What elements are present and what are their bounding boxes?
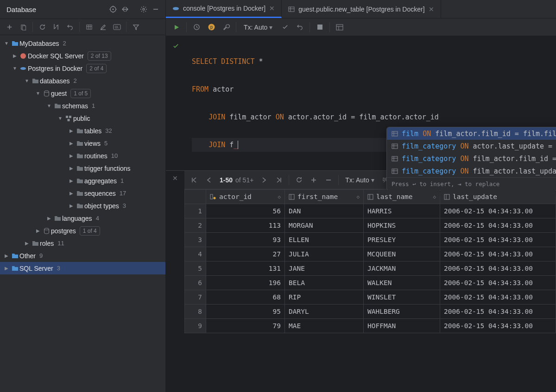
completion-item[interactable]: film ON film_actor.film_id = film.film_i… xyxy=(387,127,556,140)
svg-rect-30 xyxy=(444,194,449,199)
add-icon[interactable] xyxy=(3,20,16,33)
split-icon[interactable] xyxy=(119,3,131,15)
commit-icon[interactable] xyxy=(278,20,292,34)
table-row[interactable]: 427JULIAMCQUEEN2006-02-15 04:34:33.00 xyxy=(185,247,556,261)
run-icon[interactable] xyxy=(170,20,183,34)
stop-icon[interactable] xyxy=(313,20,327,34)
check-icon xyxy=(172,43,179,50)
table-row[interactable]: 5131JANEJACKMAN2006-02-15 04:34:33.00 xyxy=(185,261,556,276)
history-icon[interactable] xyxy=(190,20,203,34)
svg-rect-22 xyxy=(392,156,398,161)
table-row[interactable]: 156DANHARRIS2006-02-15 04:34:33.00 xyxy=(185,204,556,218)
tree-item-object-types[interactable]: ▶object types3 xyxy=(0,199,165,212)
completion-item[interactable]: film_category ON film_actor.film_id = fi… xyxy=(387,152,556,165)
svg-rect-28 xyxy=(289,194,294,199)
database-tree[interactable]: ▼MyDatabases2 ▶Docker SQL Server2 of 13 … xyxy=(0,35,165,392)
table-row[interactable]: 6196BELAWALKEN2006-02-15 04:34:33.00 xyxy=(185,276,556,290)
table-row[interactable]: 768RIPWINSLET2006-02-15 04:34:33.00 xyxy=(185,290,556,305)
col-last-update[interactable]: last_update xyxy=(440,190,556,204)
key-column-icon xyxy=(210,193,216,200)
close-icon[interactable]: ✕ xyxy=(429,6,434,13)
tx-mode-results[interactable]: Tx: Auto▾ xyxy=(341,176,378,184)
close-results-icon[interactable]: ✕ xyxy=(166,171,184,392)
svg-rect-5 xyxy=(86,25,91,29)
tab-console[interactable]: console [Postgres in Docker] ✕ xyxy=(166,0,282,18)
tree-item-roles[interactable]: ▶roles11 xyxy=(0,237,165,249)
table-icon xyxy=(392,131,398,137)
minimize-icon[interactable] xyxy=(150,3,162,15)
tree-item-trigger-functions[interactable]: ▶trigger functions xyxy=(0,162,165,174)
column-icon xyxy=(444,194,450,200)
database-toolbar: QL xyxy=(0,19,165,35)
tree-item-languages[interactable]: ▶languages4 xyxy=(0,212,165,224)
tree-item-public[interactable]: ▼public xyxy=(0,112,165,124)
tree-item-databases[interactable]: ▼databases2 xyxy=(0,75,165,87)
chevron-down-icon: ▾ xyxy=(269,24,272,31)
tree-item-views[interactable]: ▶views5 xyxy=(0,137,165,149)
table-row[interactable]: 895DARYLWAHLBERG2006-02-15 04:34:33.00 xyxy=(185,305,556,319)
completion-item[interactable]: film_category ON film_actor.last_update … xyxy=(387,165,556,177)
wrench-icon[interactable] xyxy=(219,20,233,34)
folder-icon xyxy=(53,216,62,221)
completion-item[interactable]: film_category ON actor.last_update = fil… xyxy=(387,140,556,152)
column-icon xyxy=(367,194,373,200)
gear-icon[interactable] xyxy=(138,3,150,15)
first-page-icon[interactable] xyxy=(187,173,201,187)
tree-item-aggregates[interactable]: ▶aggregates1 xyxy=(0,174,165,187)
svg-rect-23 xyxy=(392,169,398,174)
folder-icon xyxy=(75,141,84,146)
table-row[interactable]: 979MAEHOFFMAN2006-02-15 04:34:33.00 xyxy=(185,319,556,333)
svg-rect-10 xyxy=(66,116,68,118)
completion-popup[interactable]: film ON film_actor.film_id = film.film_i… xyxy=(386,127,556,191)
tree-item-schemas[interactable]: ▼schemas1 xyxy=(0,100,165,112)
schema-icon xyxy=(64,115,73,122)
tab-table[interactable]: guest.public.new_table [Postgres in Dock… xyxy=(282,0,441,18)
col-first-name[interactable]: first_name◇ xyxy=(285,190,364,204)
refresh-icon[interactable] xyxy=(36,20,49,33)
output-icon[interactable] xyxy=(333,20,347,34)
col-last-name[interactable]: last_name◇ xyxy=(364,190,440,204)
remove-row-icon[interactable] xyxy=(322,173,335,187)
results-table[interactable]: actor_id◇ first_name◇ last_name◇ last_up… xyxy=(184,189,556,333)
explain-icon[interactable]: p xyxy=(204,20,218,34)
tree-item-sequences[interactable]: ▶sequences17 xyxy=(0,187,165,199)
svg-rect-12 xyxy=(68,119,70,121)
folder-icon xyxy=(10,253,19,259)
reload-icon[interactable] xyxy=(292,173,306,187)
database-panel-header: Database xyxy=(0,0,165,19)
tree-item-routines[interactable]: ▶routines10 xyxy=(0,149,165,162)
col-actor-id[interactable]: actor_id◇ xyxy=(206,190,285,204)
add-row-icon[interactable] xyxy=(307,173,321,187)
copy-icon[interactable] xyxy=(17,20,30,33)
console-icon[interactable]: QL xyxy=(110,20,123,33)
tree-item-postgres[interactable]: ▼Postgres in Docker2 of 4 xyxy=(0,62,165,75)
folder-icon xyxy=(31,241,40,246)
table-icon[interactable] xyxy=(82,20,95,33)
close-icon[interactable]: ✕ xyxy=(269,5,275,12)
last-page-icon[interactable] xyxy=(272,173,286,187)
edit-icon[interactable] xyxy=(96,20,109,33)
sqlserver-icon xyxy=(19,53,28,59)
table-row[interactable]: 393ELLENPRESLEY2006-02-15 04:34:33.00 xyxy=(185,233,556,247)
tree-item-docker-sql[interactable]: ▶Docker SQL Server2 of 13 xyxy=(0,50,165,62)
prev-page-icon[interactable] xyxy=(202,173,216,187)
tree-item-tables[interactable]: ▶tables32 xyxy=(0,124,165,137)
tree-root[interactable]: ▼MyDatabases2 xyxy=(0,37,165,50)
svg-point-1 xyxy=(112,8,114,10)
tree-item-postgres-db[interactable]: ▶postgres1 of 4 xyxy=(0,224,165,237)
tree-item-sqlserver[interactable]: ▶SQL Server3 xyxy=(0,262,165,274)
tree-item-other[interactable]: ▶Other9 xyxy=(0,249,165,262)
svg-point-8 xyxy=(20,53,26,59)
sql-editor[interactable]: SELECT DISTINCT * FROM actor JOIN film_a… xyxy=(166,36,556,170)
revert-icon[interactable] xyxy=(63,20,76,33)
next-page-icon[interactable] xyxy=(257,173,271,187)
tree-item-guest[interactable]: ▼guest1 of 5 xyxy=(0,87,165,100)
tx-mode-dropdown[interactable]: Tx: Auto▾ xyxy=(239,24,277,31)
table-row[interactable]: 2113MORGANHOPKINS2006-02-15 04:34:33.00 xyxy=(185,218,556,233)
svg-point-13 xyxy=(44,228,49,230)
diff-icon[interactable] xyxy=(50,20,63,33)
svg-rect-20 xyxy=(392,131,398,136)
rollback-icon[interactable] xyxy=(293,20,307,34)
target-icon[interactable] xyxy=(107,3,119,15)
filter-icon[interactable] xyxy=(129,20,142,33)
